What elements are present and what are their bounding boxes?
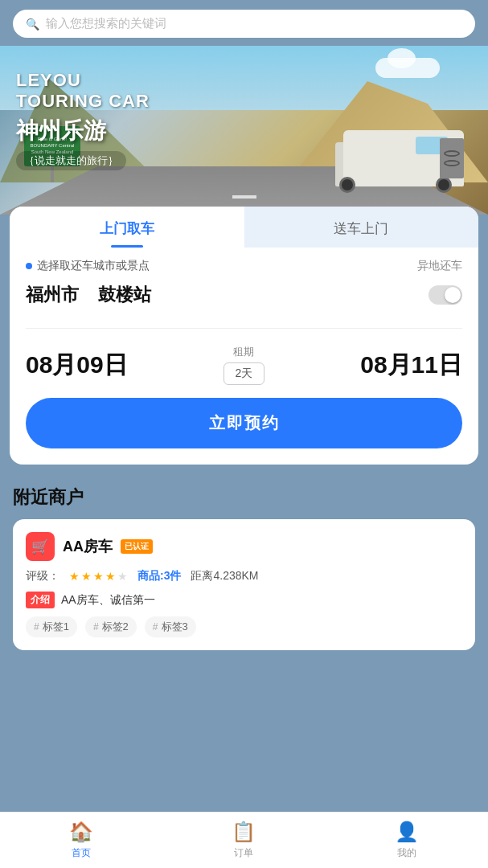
rent-period-badge[interactable]: 2天 (223, 362, 265, 385)
banner-rv (335, 114, 464, 186)
book-button[interactable]: 立即预约 (26, 398, 462, 448)
intro-text: AA房车、诚信第一 (61, 593, 155, 608)
tag-label-3: 标签3 (162, 620, 188, 634)
rv-bike-1 (444, 150, 460, 157)
banner: Ride is Gone! BOUNDARY Central South New… (0, 46, 488, 215)
profile-label: 我的 (397, 846, 416, 860)
search-bar[interactable]: 🔍 输入您想搜索的关键词 (13, 10, 475, 38)
date-section: 08月09日 租期 2天 08月11日 (10, 342, 478, 398)
tag-1[interactable]: # 标签1 (26, 616, 77, 637)
tag-hash-3: # (153, 621, 158, 633)
star-1: ★ (69, 570, 80, 583)
tabs: 上门取车 送车上门 (10, 207, 478, 248)
nav-item-orders[interactable]: 📋 订单 (232, 821, 256, 860)
banner-title-en-1: LEYOU (16, 70, 150, 91)
merchant-name-row: 🛒 AA房车 已认证 (26, 532, 153, 561)
tag-hash-1: # (34, 621, 39, 633)
search-icon: 🔍 (26, 18, 39, 31)
merchant-icon: 🛒 (26, 532, 55, 561)
tag-2[interactable]: # 标签2 (85, 616, 137, 637)
banner-road-line (232, 195, 256, 199)
location-label[interactable]: 选择取还车城市或景点 (26, 259, 150, 273)
city-name[interactable]: 福州市 (26, 283, 79, 307)
rv-bike-2 (444, 160, 460, 166)
divider-1 (26, 328, 462, 329)
intro-row: 介绍 AA房车、诚信第一 (26, 592, 462, 608)
tag-label-2: 标签2 (102, 620, 129, 634)
merchant-rating-row: 评级： ★ ★ ★ ★ ★ 商品:3件 距离4.238KM (26, 569, 462, 583)
search-placeholder: 输入您想搜索的关键词 (46, 16, 166, 31)
banner-text-overlay: LEYOU TOURING CAR 神州乐游 ｛说走就走的旅行｝ (16, 70, 150, 170)
tag-label-1: 标签1 (43, 620, 69, 634)
date-center: 租期 2天 (223, 345, 265, 385)
main-card: 上门取车 送车上门 选择取还车城市或景点 异地还车 福州市 鼓楼站 (10, 207, 478, 465)
stars: ★ ★ ★ ★ ★ (69, 570, 128, 583)
profile-icon: 👤 (395, 821, 419, 843)
nearby-section: 附近商户 🛒 AA房车 已认证 评级： ★ ★ ★ ★ ★ (0, 473, 488, 650)
toggle-switch[interactable] (429, 285, 462, 305)
rv-bikes (440, 138, 464, 178)
star-4: ★ (105, 570, 116, 583)
banner-cloud (375, 58, 440, 78)
location-section: 选择取还车城市或景点 异地还车 福州市 鼓楼站 (10, 248, 478, 315)
rent-period-label: 租期 (233, 345, 254, 359)
distance: 距离4.238KM (191, 569, 258, 583)
end-date[interactable]: 08月11日 (360, 349, 462, 382)
merchant-card[interactable]: 🛒 AA房车 已认证 评级： ★ ★ ★ ★ ★ 商品:3件 距离4.238KM (13, 519, 475, 650)
home-label: 首页 (72, 846, 91, 860)
nav-item-profile[interactable]: 👤 我的 (395, 821, 419, 860)
tab-pickup[interactable]: 上门取车 (10, 207, 244, 248)
different-city-link[interactable]: 异地还车 (417, 259, 462, 273)
tag-3[interactable]: # 标签3 (145, 616, 196, 637)
star-5: ★ (117, 570, 128, 583)
merchant-name: AA房车 (63, 537, 113, 556)
merchant-header: 🛒 AA房车 已认证 (26, 532, 462, 561)
start-date[interactable]: 08月09日 (26, 349, 128, 382)
location-row: 福州市 鼓楼站 (26, 283, 462, 307)
nearby-title: 附近商户 (13, 485, 475, 510)
tags-row: # 标签1 # 标签2 # 标签3 (26, 616, 462, 637)
intro-badge: 介绍 (26, 592, 55, 608)
rating-label: 评级： (26, 569, 59, 583)
banner-title-en-2: TOURING CAR (16, 91, 150, 112)
tag-hash-2: # (93, 621, 99, 633)
orders-label: 订单 (234, 846, 253, 860)
products-count: 商品:3件 (137, 569, 181, 583)
tab-delivery[interactable]: 送车上门 (244, 207, 479, 248)
rv-wheel-right (436, 177, 452, 193)
search-bar-container: 🔍 输入您想搜索的关键词 (0, 0, 488, 46)
star-3: ★ (93, 570, 104, 583)
banner-subtitle: ｛说走就走的旅行｝ (16, 151, 126, 170)
station-name[interactable]: 鼓楼站 (98, 283, 151, 307)
bottom-nav: 🏠 首页 📋 订单 👤 我的 (0, 812, 488, 868)
dot-indicator (26, 263, 32, 269)
toggle-knob (445, 287, 461, 303)
orders-icon: 📋 (232, 821, 256, 843)
banner-title-cn: 神州乐游 (16, 116, 150, 146)
verified-badge: 已认证 (121, 539, 153, 554)
book-btn-wrap: 立即预约 (10, 398, 478, 448)
nav-item-home[interactable]: 🏠 首页 (69, 821, 93, 860)
location-header: 选择取还车城市或景点 异地还车 (26, 259, 462, 273)
home-icon: 🏠 (69, 821, 93, 843)
star-2: ★ (81, 570, 92, 583)
rv-wheel-left (339, 177, 355, 193)
